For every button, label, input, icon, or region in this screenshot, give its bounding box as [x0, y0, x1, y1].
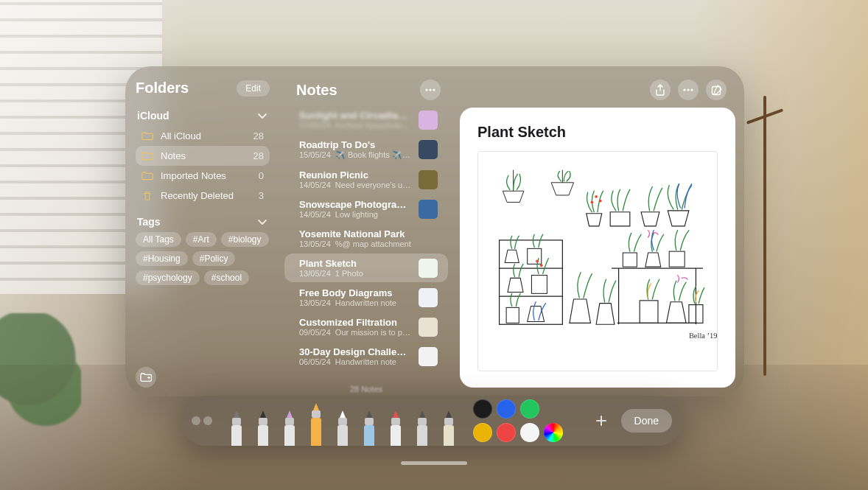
svg-rect-38	[365, 418, 374, 425]
notes-app-window: Folders Edit iCloud All iCloud28Notes28I…	[125, 66, 744, 396]
color-swatch[interactable]	[473, 399, 492, 419]
note-item[interactable]: Reunion Picnic14/05/24Need everyone's up…	[284, 165, 448, 194]
tool-marker[interactable]	[279, 409, 301, 446]
tool-brush[interactable]	[438, 409, 460, 446]
tool-eraser[interactable]	[332, 409, 354, 446]
note-item-title: Sunlight and Circadian Rhyt…	[299, 110, 411, 121]
color-picker-button[interactable]	[544, 423, 563, 442]
note-item[interactable]: Roadtrip To Do's15/05/24✈️ Book flights …	[284, 135, 448, 164]
folder-label: Imported Notes	[161, 170, 226, 181]
done-button[interactable]: Done	[621, 409, 672, 433]
svg-point-27	[540, 264, 543, 267]
note-item-subtitle: 06/05/24Handwritten note	[299, 357, 411, 366]
svg-point-1	[429, 88, 431, 91]
folder-item-recently-deleted[interactable]: Recently Deleted3	[136, 186, 270, 206]
palette-drag-handle[interactable]	[192, 416, 212, 425]
svg-rect-42	[418, 418, 427, 425]
crayon-icon	[385, 409, 407, 446]
color-swatch[interactable]	[497, 423, 516, 442]
tool-pen[interactable]	[225, 409, 248, 446]
svg-point-0	[425, 88, 427, 91]
fine-pen-icon	[252, 409, 274, 446]
notes-list-more-button[interactable]	[420, 80, 441, 100]
ellipsis-icon	[425, 88, 435, 91]
svg-rect-37	[337, 425, 348, 446]
plant-sketch-svg: Bella ’19	[478, 152, 717, 371]
share-button[interactable]	[650, 80, 671, 100]
sketch-signature: Bella ’19	[689, 332, 717, 340]
drawing-tool-palette[interactable]: Done	[181, 396, 682, 446]
compose-button[interactable]	[706, 80, 727, 100]
note-thumbnail	[419, 259, 438, 278]
color-swatch[interactable]	[520, 399, 539, 419]
icloud-section-header[interactable]: iCloud	[137, 110, 268, 122]
note-item[interactable]: Sunlight and Circadian Rhyt…17/05/24#sch…	[284, 105, 448, 134]
detail-more-button[interactable]	[678, 80, 699, 100]
note-thumbnail	[419, 318, 438, 337]
note-item-title: Roadtrip To Do's	[299, 139, 411, 150]
tag--biology[interactable]: #biology	[221, 232, 269, 247]
note-item-subtitle: 13/05/24Handwritten note	[299, 298, 411, 307]
folder-item-notes[interactable]: Notes28	[136, 146, 270, 166]
note-item[interactable]: Plant Sketch13/05/241 Photo	[284, 253, 448, 282]
note-thumbnail	[419, 170, 438, 189]
edit-button[interactable]: Edit	[237, 80, 270, 97]
tool-fountain-pen[interactable]	[411, 409, 433, 446]
pen-icon	[225, 409, 248, 446]
eraser-icon	[332, 409, 354, 446]
tag--housing[interactable]: #Housing	[136, 251, 188, 266]
folder-label: Recently Deleted	[161, 190, 234, 201]
notes-count-footer: 28 Notes	[280, 383, 452, 395]
svg-rect-17	[531, 276, 547, 294]
chevron-down-icon	[256, 110, 268, 122]
tool-fine-pen[interactable]	[252, 409, 274, 446]
notes-list-column: Notes Sunlight and Circadian Rhyt…17/05/…	[280, 66, 452, 396]
tool-crayon[interactable]	[385, 409, 407, 446]
folder-item-all-icloud[interactable]: All iCloud28	[136, 126, 270, 146]
tag--psychology[interactable]: #psychology	[136, 270, 200, 285]
note-item-subtitle: 09/05/24Our mission is to provid…	[299, 328, 411, 337]
svg-rect-39	[364, 425, 374, 446]
sketch-area[interactable]: Bella ’19	[477, 151, 718, 371]
new-folder-button[interactable]	[136, 367, 156, 388]
tool-pencil[interactable]	[358, 409, 380, 446]
note-thumbnail	[419, 200, 438, 219]
color-swatch[interactable]	[520, 423, 539, 442]
note-title: Plant Sketch	[477, 124, 718, 141]
note-item-title: 30-Day Design Challenge	[299, 346, 411, 357]
tag--policy[interactable]: #Policy	[192, 251, 236, 266]
note-item[interactable]: Yosemite National Park13/05/24%@ map att…	[284, 224, 448, 253]
note-canvas[interactable]: Plant Sketch	[460, 108, 735, 388]
svg-rect-32	[285, 418, 294, 425]
folder-icon	[141, 171, 153, 181]
add-tool-button[interactable]	[590, 410, 612, 432]
note-item[interactable]: 30-Day Design Challenge06/05/24Handwritt…	[284, 342, 448, 371]
fountain-pen-icon	[411, 409, 433, 446]
svg-rect-16	[528, 248, 542, 264]
window-grabber[interactable]	[401, 461, 467, 465]
sidebar-title: Folders	[136, 80, 189, 97]
folder-icon	[141, 131, 153, 141]
trash-icon	[141, 191, 153, 201]
note-thumbnail	[419, 111, 438, 130]
tag--art[interactable]: #Art	[186, 232, 217, 247]
svg-rect-30	[259, 418, 267, 425]
color-swatch[interactable]	[497, 399, 516, 419]
folder-item-imported-notes[interactable]: Imported Notes0	[136, 166, 270, 186]
svg-rect-36	[338, 418, 347, 425]
tag--school[interactable]: #school	[204, 270, 249, 285]
svg-point-24	[599, 200, 602, 203]
tag-all-tags[interactable]: All Tags	[136, 232, 181, 247]
note-item[interactable]: Snowscape Photography14/05/24Low lightin…	[284, 195, 448, 223]
svg-rect-31	[258, 425, 268, 446]
svg-point-23	[595, 195, 598, 198]
color-swatch[interactable]	[473, 423, 492, 442]
note-item-title: Plant Sketch	[299, 258, 411, 269]
tags-section-header[interactable]: Tags	[137, 216, 268, 228]
note-thumbnail	[419, 347, 438, 366]
tool-highlighter[interactable]	[305, 402, 327, 446]
note-item[interactable]: Free Body Diagrams13/05/24Handwritten no…	[284, 283, 448, 312]
highlighter-icon	[305, 402, 327, 446]
note-item[interactable]: Customized Filtration09/05/24Our mission…	[284, 312, 448, 341]
plus-icon	[595, 414, 608, 427]
